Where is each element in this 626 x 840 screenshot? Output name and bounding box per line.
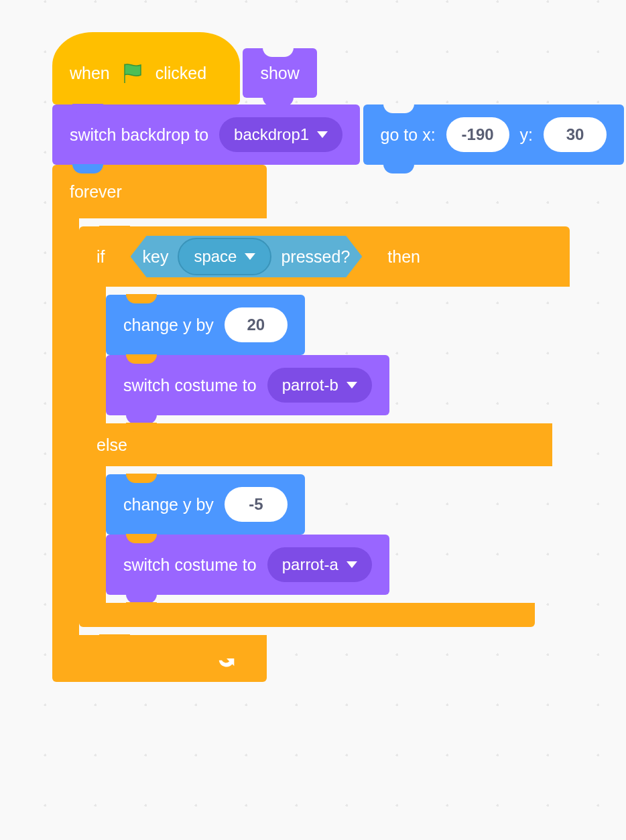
key-label-post: pressed?	[281, 247, 350, 267]
chevron-down-icon	[347, 561, 357, 568]
costume-a-option: parrot-a	[282, 555, 338, 574]
show-label: show	[260, 64, 299, 83]
backdrop-option: backdrop1	[234, 125, 309, 144]
chevron-down-icon	[347, 382, 357, 389]
green-flag-icon	[121, 61, 145, 85]
goto-y-input[interactable]: 30	[544, 117, 607, 152]
goto-x-input[interactable]: -190	[446, 117, 509, 152]
costume-a-dropdown[interactable]: parrot-a	[267, 547, 372, 582]
then-label: then	[387, 247, 420, 267]
change-y-down-label: change y by	[123, 495, 214, 514]
forever-foot	[52, 635, 267, 682]
switch-backdrop-label: switch backdrop to	[70, 125, 208, 145]
change-y-up-block[interactable]: change y by 20	[106, 295, 305, 355]
chevron-down-icon	[245, 253, 255, 260]
key-option: space	[194, 247, 237, 266]
hat-text-pre: when	[70, 64, 110, 83]
chevron-down-icon	[317, 131, 328, 138]
goto-xy-block[interactable]: go to x: -190 y: 30	[363, 104, 624, 165]
if-label: if	[97, 247, 105, 267]
change-y-down-block[interactable]: change y by -5	[106, 474, 305, 535]
backdrop-dropdown[interactable]: backdrop1	[219, 117, 342, 152]
switch-costume-b-block[interactable]: switch costume to parrot-b	[106, 355, 389, 415]
loop-arrow-icon	[215, 647, 238, 670]
costume-b-option: parrot-b	[282, 376, 338, 395]
key-dropdown[interactable]: space	[178, 238, 271, 275]
if-else-block[interactable]: if key space pressed? then	[79, 226, 570, 627]
change-y-up-label: change y by	[123, 316, 214, 335]
costume-b-dropdown[interactable]: parrot-b	[267, 368, 372, 403]
forever-label: forever	[70, 182, 122, 202]
else-label: else	[97, 435, 127, 455]
forever-head: forever	[52, 165, 267, 218]
hat-text-post: clicked	[155, 64, 206, 83]
change-y-down-input[interactable]: -5	[225, 487, 288, 522]
if-foot	[79, 603, 535, 627]
show-block[interactable]: show	[243, 48, 316, 98]
forever-block[interactable]: forever if key space	[52, 165, 267, 682]
key-label-pre: key	[143, 247, 169, 267]
change-y-up-input[interactable]: 20	[225, 307, 288, 342]
key-pressed-reporter[interactable]: key space pressed?	[131, 236, 363, 277]
when-flag-clicked-block[interactable]: when clicked	[52, 32, 240, 104]
switch-costume-a-label: switch costume to	[123, 555, 257, 575]
if-head: if key space pressed? then	[79, 226, 570, 287]
goto-y-label: y:	[520, 125, 533, 145]
switch-costume-a-block[interactable]: switch costume to parrot-a	[106, 535, 389, 595]
switch-backdrop-block[interactable]: switch backdrop to backdrop1	[52, 104, 360, 165]
scratch-script: when clicked show switch backdrop to bac…	[52, 32, 626, 682]
switch-costume-b-label: switch costume to	[123, 376, 257, 395]
goto-x-label: go to x:	[381, 125, 436, 145]
